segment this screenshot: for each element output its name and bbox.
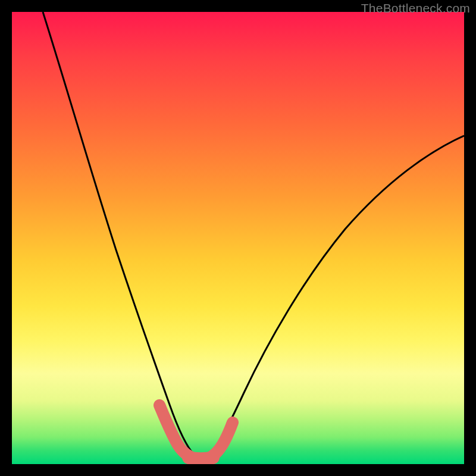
chart-frame: [0, 0, 476, 476]
watermark-text: TheBottleneck.com: [361, 1, 470, 15]
